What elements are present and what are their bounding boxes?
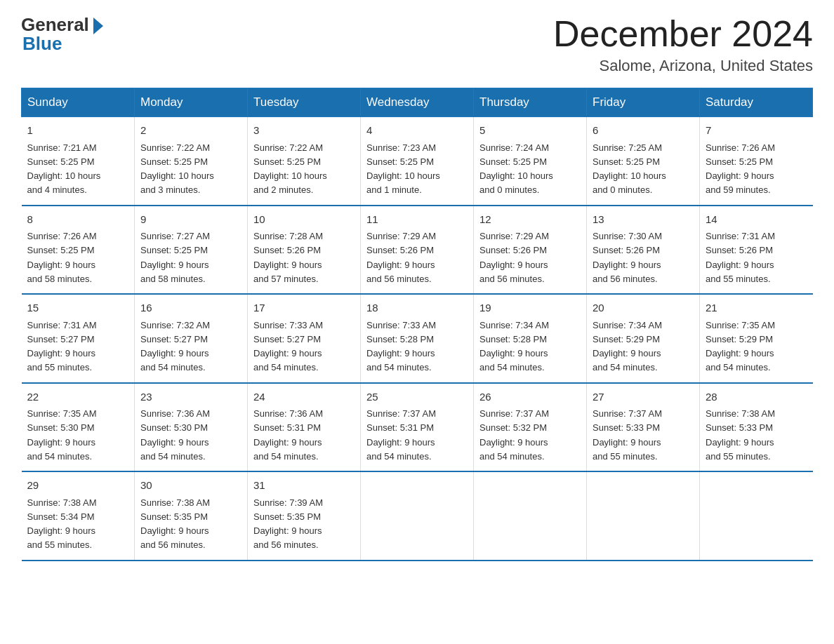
calendar-cell: 9Sunrise: 7:27 AMSunset: 5:25 PMDaylight… bbox=[135, 206, 248, 295]
day-info: Sunrise: 7:23 AMSunset: 5:25 PMDaylight:… bbox=[366, 142, 440, 196]
day-info: Sunrise: 7:32 AMSunset: 5:27 PMDaylight:… bbox=[140, 320, 210, 373]
calendar-cell: 26Sunrise: 7:37 AMSunset: 5:32 PMDayligh… bbox=[474, 383, 587, 472]
calendar-week-row: 29Sunrise: 7:38 AMSunset: 5:34 PMDayligh… bbox=[22, 471, 813, 561]
calendar-cell: 15Sunrise: 7:31 AMSunset: 5:27 PMDayligh… bbox=[22, 294, 135, 383]
day-number: 1 bbox=[27, 123, 129, 139]
calendar-cell: 23Sunrise: 7:36 AMSunset: 5:30 PMDayligh… bbox=[135, 383, 248, 472]
day-info: Sunrise: 7:36 AMSunset: 5:30 PMDaylight:… bbox=[140, 408, 210, 462]
calendar-cell: 10Sunrise: 7:28 AMSunset: 5:26 PMDayligh… bbox=[248, 206, 361, 295]
calendar-cell: 3Sunrise: 7:22 AMSunset: 5:25 PMDaylight… bbox=[248, 117, 361, 206]
day-number: 26 bbox=[479, 389, 581, 405]
calendar-cell: 17Sunrise: 7:33 AMSunset: 5:27 PMDayligh… bbox=[248, 294, 361, 383]
calendar-cell: 25Sunrise: 7:37 AMSunset: 5:31 PMDayligh… bbox=[361, 383, 474, 472]
logo-blue-text: Blue bbox=[22, 33, 62, 55]
day-number: 30 bbox=[140, 478, 241, 494]
calendar-cell: 12Sunrise: 7:29 AMSunset: 5:26 PMDayligh… bbox=[474, 206, 587, 295]
day-number: 31 bbox=[253, 478, 355, 494]
day-info: Sunrise: 7:33 AMSunset: 5:27 PMDaylight:… bbox=[253, 320, 323, 373]
day-info: Sunrise: 7:24 AMSunset: 5:25 PMDaylight:… bbox=[479, 142, 553, 196]
calendar-table: Sunday Monday Tuesday Wednesday Thursday… bbox=[21, 88, 813, 561]
calendar-week-row: 8Sunrise: 7:26 AMSunset: 5:25 PMDaylight… bbox=[22, 206, 813, 295]
day-number: 7 bbox=[706, 123, 807, 139]
calendar-cell: 20Sunrise: 7:34 AMSunset: 5:29 PMDayligh… bbox=[587, 294, 700, 383]
day-info: Sunrise: 7:22 AMSunset: 5:25 PMDaylight:… bbox=[140, 142, 214, 196]
calendar-cell: 14Sunrise: 7:31 AMSunset: 5:26 PMDayligh… bbox=[700, 206, 813, 295]
calendar-cell bbox=[474, 471, 587, 561]
calendar-week-row: 15Sunrise: 7:31 AMSunset: 5:27 PMDayligh… bbox=[22, 294, 813, 383]
day-info: Sunrise: 7:31 AMSunset: 5:26 PMDaylight:… bbox=[706, 231, 775, 284]
page-header: General Blue December 2024 Salome, Arizo… bbox=[21, 14, 813, 75]
header-wednesday: Wednesday bbox=[361, 88, 474, 117]
day-info: Sunrise: 7:29 AMSunset: 5:26 PMDaylight:… bbox=[366, 231, 436, 284]
calendar-cell: 13Sunrise: 7:30 AMSunset: 5:26 PMDayligh… bbox=[587, 206, 700, 295]
day-number: 10 bbox=[253, 212, 355, 228]
day-info: Sunrise: 7:34 AMSunset: 5:28 PMDaylight:… bbox=[479, 320, 549, 373]
header-tuesday: Tuesday bbox=[248, 88, 361, 117]
day-info: Sunrise: 7:35 AMSunset: 5:29 PMDaylight:… bbox=[706, 320, 775, 373]
header-thursday: Thursday bbox=[474, 88, 587, 117]
calendar-cell: 6Sunrise: 7:25 AMSunset: 5:25 PMDaylight… bbox=[587, 117, 700, 206]
day-number: 6 bbox=[593, 123, 694, 139]
calendar-cell: 16Sunrise: 7:32 AMSunset: 5:27 PMDayligh… bbox=[135, 294, 248, 383]
day-number: 29 bbox=[27, 478, 129, 494]
location-subtitle: Salome, Arizona, United States bbox=[553, 57, 813, 75]
day-info: Sunrise: 7:26 AMSunset: 5:25 PMDaylight:… bbox=[706, 142, 775, 196]
day-info: Sunrise: 7:38 AMSunset: 5:34 PMDaylight:… bbox=[27, 497, 97, 551]
day-number: 25 bbox=[366, 389, 468, 405]
header-friday: Friday bbox=[587, 88, 700, 117]
calendar-cell: 1Sunrise: 7:21 AMSunset: 5:25 PMDaylight… bbox=[22, 117, 135, 206]
logo: General Blue bbox=[21, 14, 103, 55]
calendar-body: 1Sunrise: 7:21 AMSunset: 5:25 PMDaylight… bbox=[22, 117, 813, 561]
day-number: 18 bbox=[366, 300, 468, 316]
day-number: 2 bbox=[140, 123, 241, 139]
day-number: 17 bbox=[253, 300, 355, 316]
day-number: 23 bbox=[140, 389, 241, 405]
calendar-cell: 2Sunrise: 7:22 AMSunset: 5:25 PMDaylight… bbox=[135, 117, 248, 206]
day-header-row: Sunday Monday Tuesday Wednesday Thursday… bbox=[22, 88, 813, 117]
day-number: 28 bbox=[706, 389, 807, 405]
calendar-cell bbox=[587, 471, 700, 561]
day-info: Sunrise: 7:39 AMSunset: 5:35 PMDaylight:… bbox=[253, 497, 323, 551]
logo-arrow-icon bbox=[93, 18, 103, 34]
header-sunday: Sunday bbox=[22, 88, 135, 117]
day-number: 15 bbox=[27, 300, 129, 316]
calendar-cell bbox=[361, 471, 474, 561]
day-info: Sunrise: 7:21 AMSunset: 5:25 PMDaylight:… bbox=[27, 142, 101, 196]
day-info: Sunrise: 7:31 AMSunset: 5:27 PMDaylight:… bbox=[27, 320, 97, 373]
calendar-cell: 27Sunrise: 7:37 AMSunset: 5:33 PMDayligh… bbox=[587, 383, 700, 472]
header-monday: Monday bbox=[135, 88, 248, 117]
day-number: 11 bbox=[366, 212, 468, 228]
day-info: Sunrise: 7:34 AMSunset: 5:29 PMDaylight:… bbox=[593, 320, 662, 373]
day-info: Sunrise: 7:28 AMSunset: 5:26 PMDaylight:… bbox=[253, 231, 323, 284]
day-info: Sunrise: 7:36 AMSunset: 5:31 PMDaylight:… bbox=[253, 408, 323, 462]
day-info: Sunrise: 7:29 AMSunset: 5:26 PMDaylight:… bbox=[479, 231, 549, 284]
day-number: 27 bbox=[593, 389, 694, 405]
calendar-cell: 22Sunrise: 7:35 AMSunset: 5:30 PMDayligh… bbox=[22, 383, 135, 472]
day-info: Sunrise: 7:27 AMSunset: 5:25 PMDaylight:… bbox=[140, 231, 210, 284]
day-info: Sunrise: 7:37 AMSunset: 5:32 PMDaylight:… bbox=[479, 408, 549, 462]
day-number: 3 bbox=[253, 123, 355, 139]
calendar-cell: 18Sunrise: 7:33 AMSunset: 5:28 PMDayligh… bbox=[361, 294, 474, 383]
calendar-cell bbox=[700, 471, 813, 561]
day-number: 9 bbox=[140, 212, 241, 228]
calendar-cell: 31Sunrise: 7:39 AMSunset: 5:35 PMDayligh… bbox=[248, 471, 361, 561]
day-number: 13 bbox=[593, 212, 694, 228]
calendar-cell: 4Sunrise: 7:23 AMSunset: 5:25 PMDaylight… bbox=[361, 117, 474, 206]
calendar-cell: 5Sunrise: 7:24 AMSunset: 5:25 PMDaylight… bbox=[474, 117, 587, 206]
day-number: 16 bbox=[140, 300, 241, 316]
calendar-week-row: 22Sunrise: 7:35 AMSunset: 5:30 PMDayligh… bbox=[22, 383, 813, 472]
day-info: Sunrise: 7:26 AMSunset: 5:25 PMDaylight:… bbox=[27, 231, 97, 284]
day-info: Sunrise: 7:37 AMSunset: 5:33 PMDaylight:… bbox=[593, 408, 662, 462]
calendar-header: Sunday Monday Tuesday Wednesday Thursday… bbox=[22, 88, 813, 117]
day-info: Sunrise: 7:38 AMSunset: 5:33 PMDaylight:… bbox=[706, 408, 775, 462]
calendar-cell: 7Sunrise: 7:26 AMSunset: 5:25 PMDaylight… bbox=[700, 117, 813, 206]
day-info: Sunrise: 7:30 AMSunset: 5:26 PMDaylight:… bbox=[593, 231, 662, 284]
day-number: 24 bbox=[253, 389, 355, 405]
day-number: 5 bbox=[479, 123, 581, 139]
day-number: 12 bbox=[479, 212, 581, 228]
day-number: 8 bbox=[27, 212, 129, 228]
day-info: Sunrise: 7:37 AMSunset: 5:31 PMDaylight:… bbox=[366, 408, 436, 462]
day-info: Sunrise: 7:35 AMSunset: 5:30 PMDaylight:… bbox=[27, 408, 97, 462]
day-number: 14 bbox=[706, 212, 807, 228]
calendar-cell: 30Sunrise: 7:38 AMSunset: 5:35 PMDayligh… bbox=[135, 471, 248, 561]
